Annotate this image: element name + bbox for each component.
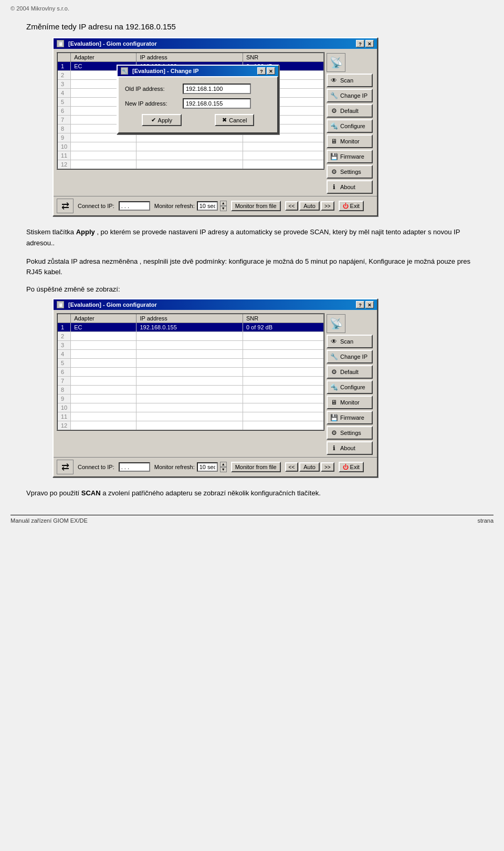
settings-button-2[interactable]: ⚙ Settings: [327, 426, 373, 440]
row-ip: 192.168.0.155: [136, 323, 243, 332]
row-adapter[interactable]: [71, 359, 136, 368]
nav-next-btn-2[interactable]: >>: [321, 462, 334, 472]
page-footer: Manuál zařízení GIOM EX/DE strana: [10, 515, 494, 524]
configure-button-2[interactable]: 🔩 Configure: [327, 380, 373, 394]
new-ip-input[interactable]: [183, 98, 251, 109]
spin-arrows-2[interactable]: ▲ ▼: [220, 462, 227, 472]
row-adapter[interactable]: [71, 341, 136, 350]
exit-btn-2[interactable]: ⏻ Exit: [339, 462, 364, 472]
row-num: 7: [57, 377, 71, 386]
row-adapter[interactable]: [71, 368, 136, 377]
row-num: 5: [57, 98, 71, 107]
row-adapter[interactable]: [71, 377, 136, 386]
nav-auto-btn-2[interactable]: Auto: [299, 462, 320, 472]
spin-up-1[interactable]: ▲: [220, 201, 227, 206]
firmware-button-2[interactable]: 💾 Firmware: [327, 411, 373, 424]
row-num: 6: [57, 107, 71, 116]
row-adapter[interactable]: [71, 412, 136, 421]
default-icon: ⚙: [330, 107, 338, 115]
monitor-button-2[interactable]: 🖥 Monitor: [327, 396, 373, 409]
row-adapter[interactable]: [71, 151, 136, 160]
row-adapter[interactable]: [71, 133, 136, 142]
body-text-1: Stiskem tlačítka Apply , po kterém se pr…: [26, 227, 472, 249]
nav-prev-btn-1[interactable]: <<: [285, 201, 299, 211]
exit-btn-1[interactable]: ⏻ Exit: [339, 201, 364, 211]
nav-prev-btn-2[interactable]: <<: [285, 462, 299, 472]
monitor-button-1[interactable]: 🖥 Monitor: [327, 134, 373, 148]
row-snr: [243, 386, 324, 395]
sub-heading-text: Po úspěšné změně se zobrazí:: [26, 285, 120, 293]
change-ip-dialog: 🔧 [Evaluation] - Change IP ? ✕ Old IP ad…: [117, 65, 279, 134]
change-ip-button-1[interactable]: 🔧 Change IP: [327, 89, 373, 102]
firmware-icon-2: 💾: [330, 413, 338, 422]
row-ip: [136, 142, 243, 151]
connect-input-1[interactable]: [119, 201, 150, 211]
firmware-button-1[interactable]: 💾 Firmware: [327, 150, 373, 163]
row-snr: [243, 368, 324, 377]
row-num: 5: [57, 359, 71, 368]
change-ip-close-btn[interactable]: ✕: [267, 67, 275, 75]
monitor-refresh-input-2[interactable]: [197, 462, 218, 472]
connect-area-2: ⇄ Connect to IP:: [57, 460, 150, 474]
monitor-from-file-btn-2[interactable]: Monitor from file: [231, 462, 281, 472]
scan-button-1[interactable]: 👁 Scan: [327, 74, 373, 87]
change-ip-button-2[interactable]: 🔧 Change IP: [327, 350, 373, 364]
scan-button-2[interactable]: 👁 Scan: [327, 335, 373, 348]
dialog2-right-panel: 📡 👁 Scan 🔧 Change IP ⚙ Default 🔩 Configu…: [327, 314, 373, 455]
body-text-2: Pokud zůstala IP adresa nezměněna , nesp…: [26, 256, 472, 278]
row-snr: [243, 350, 324, 359]
giom-dialog-1: 🖥 [Evaluation] - Giom configurator ? ✕ A…: [52, 37, 378, 216]
row-snr: [243, 332, 324, 341]
row-adapter[interactable]: EC: [71, 323, 136, 332]
dialog1-help-btn[interactable]: ?: [356, 40, 364, 47]
row-adapter[interactable]: [71, 395, 136, 403]
monitor-from-file-btn-1[interactable]: Monitor from file: [231, 201, 281, 211]
monitor-refresh-label-1: Monitor refresh:: [154, 203, 195, 209]
row-adapter[interactable]: [71, 421, 136, 431]
row-adapter[interactable]: [71, 386, 136, 395]
nav-next-btn-1[interactable]: >>: [321, 201, 334, 211]
spin-down-1[interactable]: ▼: [220, 206, 227, 211]
row-adapter[interactable]: [71, 142, 136, 151]
bottom-text-prefix: Vpravo po použití SCAN a zvolení patřičn…: [26, 489, 321, 497]
dialog1-bottom-bar: ⇄ Connect to IP: Monitor refresh: ▲ ▼ Mo…: [54, 196, 377, 215]
change-ip-buttons: ✔ Apply ✖ Cancel: [125, 114, 271, 126]
default-icon-2: ⚙: [330, 368, 338, 376]
change-ip-help-btn[interactable]: ?: [257, 67, 266, 75]
connect-input-2[interactable]: [119, 462, 150, 472]
spin-down-2[interactable]: ▼: [220, 467, 227, 472]
row-adapter[interactable]: [71, 160, 136, 170]
spin-arrows-1[interactable]: ▲ ▼: [220, 201, 227, 211]
dialog1-close-btn[interactable]: ✕: [365, 40, 374, 47]
row-ip: [136, 386, 243, 395]
about-button-1[interactable]: ℹ About: [327, 180, 373, 194]
row-snr: [243, 341, 324, 350]
apply-button[interactable]: ✔ Apply: [142, 114, 182, 126]
dialog2-close-btn[interactable]: ✕: [365, 301, 374, 308]
row-snr: [243, 377, 324, 386]
default-button-1[interactable]: ⚙ Default: [327, 104, 373, 118]
row-adapter[interactable]: [71, 350, 136, 359]
monitor-icon: 🖥: [330, 137, 338, 146]
monitor-refresh-area-1: Monitor refresh: ▲ ▼: [154, 201, 227, 211]
old-ip-input[interactable]: [183, 84, 251, 94]
configure-button-1[interactable]: 🔩 Configure: [327, 119, 373, 133]
row-adapter[interactable]: [71, 403, 136, 412]
default-button-2[interactable]: ⚙ Default: [327, 365, 373, 379]
row-num: 10: [57, 142, 71, 151]
apply-bold: Apply: [76, 228, 95, 236]
dialog2-body: Adapter IP address SNR 1 EC 192.168.0.15…: [54, 310, 377, 457]
dialog2-help-btn[interactable]: ?: [356, 301, 364, 308]
monitor-refresh-input-1[interactable]: [197, 201, 218, 211]
spin-up-2[interactable]: ▲: [220, 462, 227, 467]
settings-button-1[interactable]: ⚙ Settings: [327, 165, 373, 179]
change-ip-icon-2: 🔧: [330, 352, 338, 361]
company-name: © 2004 Mikrovlny s.r.o.: [10, 5, 69, 12]
configure-icon: 🔩: [330, 122, 338, 130]
cancel-button[interactable]: ✖ Cancel: [215, 114, 254, 126]
nav-auto-btn-1[interactable]: Auto: [299, 201, 320, 211]
change-ip-icon: 🔧: [330, 91, 338, 100]
row-adapter[interactable]: [71, 332, 136, 341]
configure-icon-2: 🔩: [330, 383, 338, 391]
about-button-2[interactable]: ℹ About: [327, 441, 373, 455]
